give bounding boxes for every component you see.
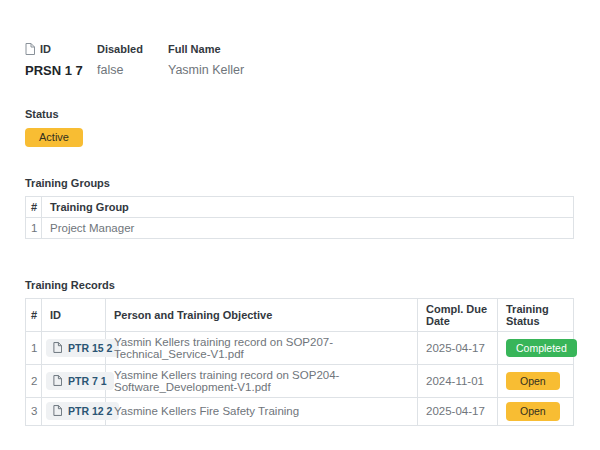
record-status-cell: Open — [498, 398, 574, 426]
document-icon — [53, 405, 63, 417]
record-id-text: PTR 7 1 — [68, 375, 107, 387]
person-id-value: PRSN 1 7 — [25, 63, 97, 78]
person-detail-page: ID PRSN 1 7 Disabled false Full Name Yas… — [0, 0, 600, 450]
training-groups-title: Training Groups — [25, 177, 574, 189]
person-disabled-label: Disabled — [97, 42, 168, 55]
status-label: Status — [25, 108, 574, 120]
person-fullname-label: Full Name — [168, 42, 244, 55]
record-due-date: 2025-04-17 — [418, 332, 498, 365]
person-disabled-value: false — [97, 63, 168, 78]
document-icon — [53, 342, 63, 354]
group-row-num: 1 — [26, 218, 42, 239]
groups-col-group: Training Group — [42, 197, 574, 218]
record-id-badge[interactable]: PTR 12 2 — [46, 402, 119, 420]
records-col-objective: Person and Training Objective — [106, 299, 418, 332]
training-records-title: Training Records — [25, 279, 574, 291]
document-icon — [53, 375, 63, 387]
record-id-badge[interactable]: PTR 7 1 — [46, 372, 114, 390]
record-id-badge[interactable]: PTR 15 2 — [46, 339, 119, 357]
training-status-badge: Completed — [506, 339, 577, 358]
person-fullname-column: Full Name Yasmin Keller — [168, 42, 244, 78]
table-row: 1 Project Manager — [26, 218, 574, 239]
record-id-cell: PTR 15 2 — [42, 332, 106, 365]
records-col-id: ID — [42, 299, 106, 332]
groups-col-num: # — [26, 197, 42, 218]
record-num: 3 — [26, 398, 42, 426]
records-col-num: # — [26, 299, 42, 332]
record-id-text: PTR 12 2 — [68, 405, 112, 417]
record-status-cell: Open — [498, 365, 574, 398]
person-id-label-row: ID — [25, 42, 97, 55]
record-id-text: PTR 15 2 — [68, 342, 112, 354]
record-due-date: 2025-04-17 — [418, 398, 498, 426]
record-id-cell: PTR 7 1 — [42, 365, 106, 398]
person-id-label: ID — [40, 43, 51, 55]
training-records-section: Training Records # ID Person and Trainin… — [25, 279, 574, 426]
table-header-row: # Training Group — [26, 197, 574, 218]
group-row-name: Project Manager — [42, 218, 574, 239]
training-status-badge: Open — [506, 372, 560, 391]
record-num: 2 — [26, 365, 42, 398]
person-disabled-column: Disabled false — [97, 42, 168, 78]
person-header: ID PRSN 1 7 Disabled false Full Name Yas… — [25, 42, 574, 78]
record-objective: Yasmine Kellers training record on SOP20… — [106, 365, 418, 398]
record-id-cell: PTR 12 2 — [42, 398, 106, 426]
document-icon — [25, 43, 35, 55]
record-objective: Yasmine Kellers Fire Safety Training — [106, 398, 418, 426]
training-groups-table: # Training Group 1 Project Manager — [25, 196, 574, 239]
person-id-column: ID PRSN 1 7 — [25, 42, 97, 78]
records-col-status: Training Status — [498, 299, 574, 332]
person-fullname-value: Yasmin Keller — [168, 63, 244, 78]
table-row: 3 PTR 12 2 Yasmine Kellers — [26, 398, 574, 426]
records-col-due-date: Compl. Due Date — [418, 299, 498, 332]
record-status-cell: Completed — [498, 332, 574, 365]
training-records-table: # ID Person and Training Objective Compl… — [25, 298, 574, 426]
table-header-row: # ID Person and Training Objective Compl… — [26, 299, 574, 332]
record-num: 1 — [26, 332, 42, 365]
status-badge: Active — [25, 128, 83, 147]
table-row: 1 PTR 15 2 Yasmin Kellers — [26, 332, 574, 365]
record-objective: Yasmin Kellers training record on SOP207… — [106, 332, 418, 365]
training-groups-section: Training Groups # Training Group 1 Proje… — [25, 177, 574, 239]
table-row: 2 PTR 7 1 Yasmine Kellers — [26, 365, 574, 398]
training-status-badge: Open — [506, 402, 560, 421]
status-section: Status Active — [25, 108, 574, 147]
record-due-date: 2024-11-01 — [418, 365, 498, 398]
